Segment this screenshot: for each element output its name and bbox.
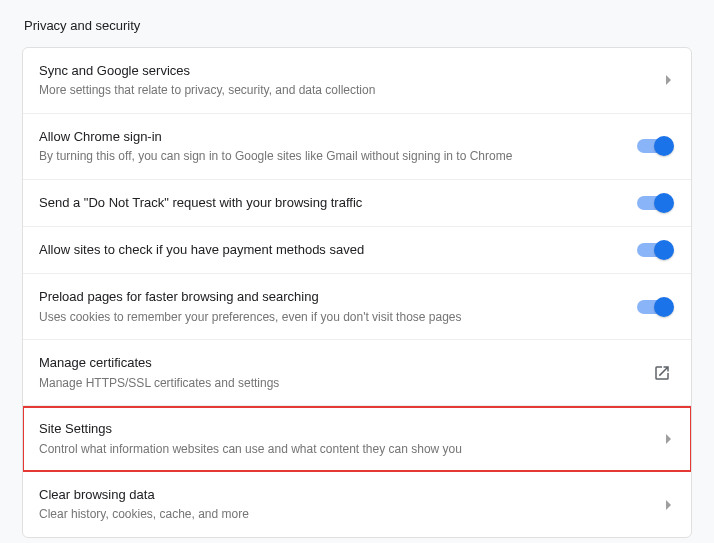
chevron-right-icon (666, 75, 671, 85)
manage-certificates-row[interactable]: Manage certificates Manage HTTPS/SSL cer… (23, 340, 691, 406)
allow-chrome-signin-row[interactable]: Allow Chrome sign-in By turning this off… (23, 114, 691, 180)
row-text: Site Settings Control what information w… (39, 420, 654, 457)
row-text: Manage certificates Manage HTTPS/SSL cer… (39, 354, 641, 391)
row-subtitle: Manage HTTPS/SSL certificates and settin… (39, 375, 641, 392)
row-title: Preload pages for faster browsing and se… (39, 288, 625, 306)
preload-pages-row[interactable]: Preload pages for faster browsing and se… (23, 274, 691, 340)
row-subtitle: More settings that relate to privacy, se… (39, 82, 654, 99)
clear-browsing-data-row[interactable]: Clear browsing data Clear history, cooki… (23, 472, 691, 537)
allow-chrome-signin-toggle[interactable] (637, 139, 671, 153)
toggle-knob (654, 193, 674, 213)
row-text: Preload pages for faster browsing and se… (39, 288, 625, 325)
row-title: Clear browsing data (39, 486, 654, 504)
row-title: Manage certificates (39, 354, 641, 372)
external-link-icon (653, 364, 671, 382)
row-title: Site Settings (39, 420, 654, 438)
payment-methods-row[interactable]: Allow sites to check if you have payment… (23, 227, 691, 274)
row-text: Send a "Do Not Track" request with your … (39, 194, 625, 212)
toggle-knob (654, 240, 674, 260)
section-title: Privacy and security (22, 18, 692, 33)
row-title: Allow sites to check if you have payment… (39, 241, 625, 259)
row-text: Sync and Google services More settings t… (39, 62, 654, 99)
toggle-knob (654, 297, 674, 317)
payment-methods-toggle[interactable] (637, 243, 671, 257)
chevron-right-icon (666, 500, 671, 510)
do-not-track-row[interactable]: Send a "Do Not Track" request with your … (23, 180, 691, 227)
chevron-right-icon (666, 434, 671, 444)
sync-google-services-row[interactable]: Sync and Google services More settings t… (23, 48, 691, 114)
row-title: Send a "Do Not Track" request with your … (39, 194, 625, 212)
row-text: Clear browsing data Clear history, cooki… (39, 486, 654, 523)
row-text: Allow sites to check if you have payment… (39, 241, 625, 259)
preload-pages-toggle[interactable] (637, 300, 671, 314)
site-settings-row[interactable]: Site Settings Control what information w… (23, 406, 691, 472)
row-text: Allow Chrome sign-in By turning this off… (39, 128, 625, 165)
row-title: Sync and Google services (39, 62, 654, 80)
settings-panel: Sync and Google services More settings t… (22, 47, 692, 538)
row-subtitle: Control what information websites can us… (39, 441, 654, 458)
row-subtitle: Uses cookies to remember your preference… (39, 309, 625, 326)
toggle-knob (654, 136, 674, 156)
do-not-track-toggle[interactable] (637, 196, 671, 210)
row-subtitle: By turning this off, you can sign in to … (39, 148, 625, 165)
row-title: Allow Chrome sign-in (39, 128, 625, 146)
row-subtitle: Clear history, cookies, cache, and more (39, 506, 654, 523)
